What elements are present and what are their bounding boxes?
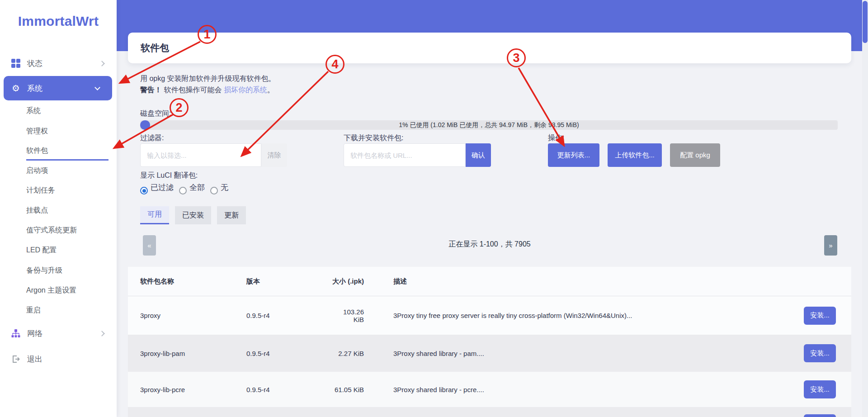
sidebar-subitem-reboot[interactable]: 重启 <box>0 300 117 320</box>
install-button[interactable] <box>804 414 836 417</box>
translation-radio-group: 已过滤 全部 无 <box>140 183 234 194</box>
header-package-name: 软件包名称 <box>128 277 246 286</box>
radio-label: 全部 <box>189 183 205 193</box>
subitem-label: 软件包 <box>26 146 48 156</box>
pager-status-text: 正在显示 1-100，共 7905 <box>128 240 851 249</box>
package-description: 3Proxy shared library - pam.... <box>364 350 788 357</box>
install-button[interactable]: 安装... <box>804 380 836 398</box>
page-title: 软件包 <box>141 42 169 54</box>
sidebar-subitem-startup[interactable]: 启动项 <box>0 161 117 180</box>
tab-updates[interactable]: 更新 <box>217 206 246 224</box>
package-version: 0.9.5-r4 <box>246 386 332 393</box>
radio-unchecked-icon[interactable] <box>210 187 218 194</box>
sitemap-icon <box>11 329 20 338</box>
filter-label: 过滤器: <box>140 133 164 143</box>
warning-prefix: 警告！ <box>140 86 162 94</box>
sidebar-subitem-mount-points[interactable]: 挂载点 <box>0 200 117 220</box>
warning-text: 软件包操作可能会 <box>162 86 224 94</box>
package-size: 61.05 KiB <box>332 386 364 393</box>
actions-label: 操作: <box>548 133 564 143</box>
disk-space-progressbar: 1% 已使用 (1.02 MiB 已使用，总共 94.97 MiB，剩余 93.… <box>140 120 838 130</box>
sidebar-item-label: 退出 <box>27 354 42 365</box>
immortalwrt-packages-page: ImmortalWrt 状态 ⚙ 系统 系统 管理权 软件包 启动项 计划任务 … <box>0 0 868 417</box>
subitem-label: 值守式系统更新 <box>26 226 77 235</box>
header-version: 版本 <box>246 277 332 286</box>
radio-label: 已过滤 <box>151 183 174 193</box>
subitem-label: Argon 主题设置 <box>26 286 76 295</box>
download-group: 确认 <box>344 143 491 167</box>
package-description: 3Proxy shared library - pcre.... <box>364 386 788 393</box>
warning-suffix: 。 <box>267 86 274 94</box>
sidebar-item-label: 系统 <box>27 83 42 94</box>
configure-opkg-button[interactable]: 配置 opkg <box>670 143 720 167</box>
radio-none[interactable]: 无 <box>210 183 228 194</box>
subitem-label: 管理权 <box>26 127 48 136</box>
subitem-label: 挂载点 <box>26 206 48 215</box>
intro-text: 用 opkg 安装附加软件并升级现有软件包。 警告！ 软件包操作可能会 损坏你的… <box>140 73 276 95</box>
clear-filter-button[interactable]: 清除 <box>261 143 287 167</box>
filter-input[interactable] <box>140 143 261 167</box>
radio-all[interactable]: 全部 <box>179 183 205 194</box>
sidebar-subitem-led-configuration[interactable]: LED 配置 <box>0 240 117 260</box>
package-name: 3proxy <box>128 312 246 319</box>
sidebar-item-network[interactable]: 网络 <box>0 323 117 344</box>
download-install-label: 下载并安装软件包: <box>344 133 403 143</box>
disk-space-usage-text: 1% 已使用 (1.02 MiB 已使用，总共 94.97 MiB，剩余 93.… <box>140 120 838 130</box>
sidebar-subitem-argon-theme[interactable]: Argon 主题设置 <box>0 280 117 300</box>
tab-installed[interactable]: 已安装 <box>175 206 211 224</box>
intro-warning: 警告！ 软件包操作可能会 损坏你的系统。 <box>140 84 276 95</box>
sidebar-item-label: 状态 <box>27 58 42 69</box>
sidebar-item-system[interactable]: ⚙ 系统 <box>4 76 112 100</box>
sidebar-subitem-backup-upgrade[interactable]: 备份与升级 <box>0 261 117 280</box>
damage-system-link[interactable]: 损坏你的系统 <box>224 86 267 94</box>
sidebar-subitem-system[interactable]: 系统 <box>0 101 117 121</box>
intro-line1: 用 opkg 安装附加软件并升级现有软件包。 <box>140 73 276 84</box>
sidebar-subitem-software[interactable]: 软件包 <box>0 141 117 161</box>
package-version: 0.9.5-r4 <box>246 312 332 319</box>
install-button[interactable]: 安装... <box>804 344 836 362</box>
upload-package-button[interactable]: 上传软件包... <box>608 143 662 167</box>
radio-filtered[interactable]: 已过滤 <box>140 183 174 194</box>
sidebar: ImmortalWrt 状态 ⚙ 系统 系统 管理权 软件包 启动项 计划任务 … <box>0 0 117 417</box>
radio-label: 无 <box>221 183 228 193</box>
package-name: 3proxy-lib-pcre <box>128 386 246 393</box>
install-button[interactable]: 安装... <box>804 307 836 325</box>
annotation-circle-3: 3 <box>507 48 526 67</box>
dashboard-icon <box>11 59 20 68</box>
package-url-input[interactable] <box>344 143 466 167</box>
radio-unchecked-icon[interactable] <box>179 187 187 194</box>
table-header-row: 软件包名称 版本 大小 (.ipk) 描述 <box>128 267 851 296</box>
chevron-down-icon <box>94 85 100 90</box>
chevron-right-icon <box>99 61 105 66</box>
disk-space-label: 磁盘空间: <box>140 109 171 118</box>
page-scrollbar-track[interactable] <box>862 0 868 417</box>
subitem-label: LED 配置 <box>26 246 57 255</box>
radio-checked-icon[interactable] <box>140 187 148 194</box>
table-row: 3proxy-lib-pcre 0.9.5-r4 61.05 KiB 3Prox… <box>128 372 851 407</box>
chevron-right-icon <box>99 331 105 336</box>
filter-group: 清除 <box>140 143 287 167</box>
sidebar-item-logout[interactable]: 退出 <box>0 349 117 370</box>
packages-table: 软件包名称 版本 大小 (.ipk) 描述 3proxy 0.9.5-r4 10… <box>128 267 851 417</box>
package-tabs: 可用 已安装 更新 <box>140 206 246 224</box>
package-size: 2.27 KiB <box>332 350 364 357</box>
update-lists-button[interactable]: 更新列表... <box>548 143 599 167</box>
package-description: 3Proxy tiny free proxy server is really … <box>364 312 788 319</box>
subitem-label: 备份与升级 <box>26 266 62 275</box>
sidebar-item-status[interactable]: 状态 <box>0 53 117 74</box>
page-scrollbar-thumb[interactable] <box>863 1 868 43</box>
sidebar-subitem-administration[interactable]: 管理权 <box>0 121 117 141</box>
sidebar-subitem-scheduled-tasks[interactable]: 计划任务 <box>0 180 117 200</box>
header-description: 描述 <box>364 277 788 286</box>
luci-translations-label: 显示 LuCI 翻译包: <box>140 171 198 180</box>
table-row: 3proxy-lib-pam 0.9.5-r4 2.27 KiB 3Proxy … <box>128 335 851 372</box>
confirm-button[interactable]: 确认 <box>466 143 491 167</box>
package-version: 0.9.5-r4 <box>246 350 332 357</box>
tab-available[interactable]: 可用 <box>140 206 169 224</box>
pager-next-button[interactable]: » <box>824 235 837 256</box>
actions-group: 更新列表... 上传软件包... 配置 opkg <box>548 143 720 167</box>
gear-icon: ⚙ <box>11 84 20 93</box>
annotation-circle-1: 1 <box>198 25 217 44</box>
sidebar-subitem-attended-sysupgrade[interactable]: 值守式系统更新 <box>0 220 117 240</box>
immortalwrt-logo: ImmortalWrt <box>0 14 117 29</box>
